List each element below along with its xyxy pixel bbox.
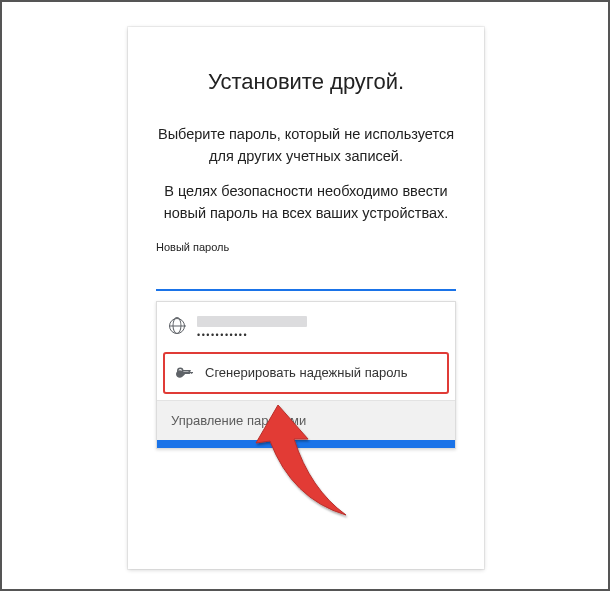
dropdown-bottom-accent [157, 440, 455, 448]
new-password-input[interactable] [156, 263, 456, 291]
new-password-label: Новый пароль [156, 241, 456, 253]
account-name-redacted [197, 316, 307, 327]
svg-rect-2 [189, 370, 191, 374]
generate-password-option[interactable]: Сгенерировать надежный пароль [163, 352, 449, 394]
generate-password-label: Сгенерировать надежный пароль [205, 365, 407, 380]
password-dialog-card: Установите другой. Выберите пароль, кото… [128, 27, 484, 569]
globe-icon [169, 318, 185, 334]
page-title: Установите другой. [156, 69, 456, 95]
password-suggestion-dropdown: ••••••••••• Сгенерировать надежный парол… [156, 301, 456, 449]
manage-passwords-label: Управление паролями [171, 413, 306, 428]
description-line-2: В целях безопасности необходимо ввести н… [156, 180, 456, 225]
key-icon [175, 364, 193, 382]
manage-passwords-option[interactable]: Управление паролями [157, 400, 455, 440]
saved-account-row[interactable]: ••••••••••• [157, 302, 455, 350]
account-password-masked: ••••••••••• [197, 331, 307, 340]
description-line-1: Выберите пароль, который не используется… [156, 123, 456, 168]
